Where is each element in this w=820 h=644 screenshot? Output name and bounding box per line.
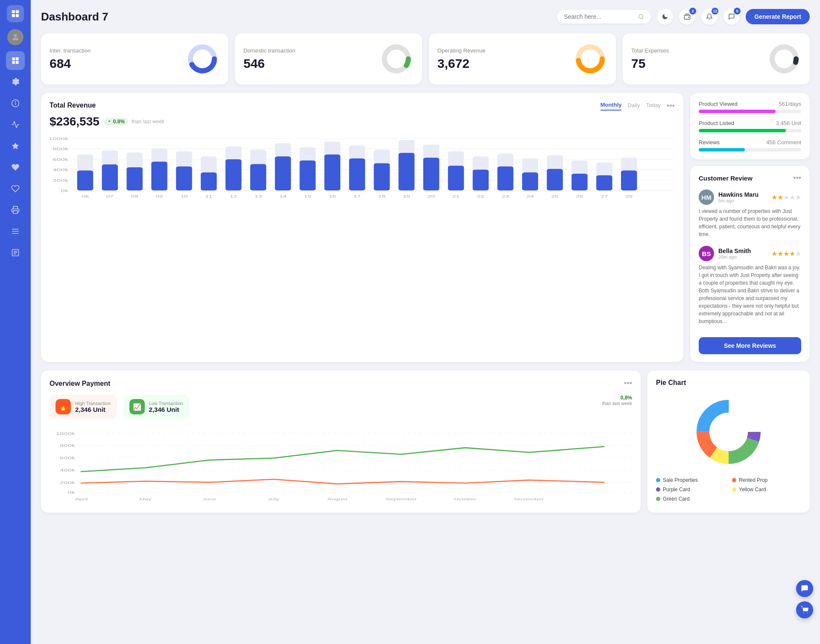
main-content: Dashboard 7 2 12 5 Generate Report: [31, 0, 820, 644]
sidebar-item-list[interactable]: [6, 243, 25, 262]
stat-value-2: 3,672: [437, 56, 486, 71]
svg-rect-46: [77, 170, 93, 190]
review-time-0: 5m ago: [718, 198, 758, 203]
review-top-1: BS Bella Smith 20m ago ★★★★★: [699, 246, 801, 261]
stat-card-inter: Inter. transaction 684: [41, 33, 228, 85]
svg-text:October: October: [454, 497, 477, 501]
dark-mode-button[interactable]: [657, 9, 673, 25]
float-chat-icon: [800, 584, 809, 593]
svg-text:600k: 600k: [60, 456, 75, 460]
stat-value-3: 75: [631, 56, 669, 71]
pie-chart-wrap: [656, 393, 801, 470]
sidebar-logo[interactable]: [7, 5, 24, 22]
revenue-pct: 0.8%: [113, 119, 125, 125]
svg-rect-84: [547, 169, 562, 191]
pie-title: Pie Chart: [656, 379, 801, 387]
review-name-0: Hawkins Maru: [718, 191, 758, 198]
svg-rect-48: [102, 164, 118, 190]
svg-text:1000k: 1000k: [50, 137, 68, 141]
sidebar-item-menu[interactable]: [6, 222, 25, 241]
overview-more-button[interactable]: •••: [624, 379, 632, 388]
chart-more-button[interactable]: •••: [667, 102, 675, 111]
bar-chart-svg: 1000k 800k 600k 400k 200k 0k: [50, 134, 675, 198]
user-avatar[interactable]: [7, 29, 23, 45]
message-button[interactable]: 5: [723, 9, 740, 25]
legend-item-3: Yellow Card: [732, 487, 801, 492]
search-box[interactable]: [557, 10, 651, 23]
svg-text:21: 21: [452, 195, 460, 198]
metric-value-0: 561/days: [779, 101, 801, 107]
svg-text:07: 07: [106, 195, 114, 198]
svg-text:15: 15: [304, 195, 311, 198]
low-trans-label: Low Transaction: [149, 401, 183, 406]
chart-tabs: Monthly Daily Today •••: [600, 102, 675, 111]
svg-text:May: May: [139, 497, 151, 501]
legend-label-4: Green Card: [663, 496, 690, 502]
float-chat-button[interactable]: [796, 580, 813, 597]
svg-rect-88: [596, 175, 612, 191]
svg-rect-0: [12, 10, 15, 13]
header: Dashboard 7 2 12 5 Generate Report: [41, 9, 810, 25]
sidebar-item-star[interactable]: [6, 137, 25, 155]
bottom-row: Overview Payment ••• 🔥 High Transaction …: [41, 370, 810, 513]
review-avatar-1: BS: [699, 246, 714, 261]
overview-title: Overview Payment: [50, 380, 110, 388]
bell-icon: [706, 13, 713, 20]
search-input[interactable]: [564, 13, 635, 20]
svg-rect-90: [621, 170, 637, 190]
reviews-more-button[interactable]: •••: [793, 174, 801, 183]
see-more-reviews-button[interactable]: See More Reviews: [699, 337, 801, 354]
svg-text:27: 27: [600, 195, 608, 198]
stat-value-0: 684: [50, 56, 91, 71]
metric-row-1: Product Listed 3,456 Unit: [699, 120, 801, 132]
legend-item-4: Green Card: [656, 496, 725, 502]
sidebar-item-analytics[interactable]: [6, 115, 25, 134]
svg-text:18: 18: [378, 195, 385, 198]
revenue-summary: $236,535 0.8% than last week: [50, 115, 675, 128]
sidebar-item-print[interactable]: [6, 201, 25, 219]
legend-item-0: Sale Properties: [656, 477, 725, 483]
legend-dot-2: [656, 487, 660, 492]
review-info-1: Bella Smith 20m ago: [718, 248, 751, 259]
svg-text:800k: 800k: [53, 147, 68, 151]
sidebar-item-settings[interactable]: [6, 73, 25, 91]
svg-rect-68: [349, 158, 365, 190]
svg-rect-3: [16, 14, 19, 17]
high-trans-icon: 🔥: [56, 399, 71, 414]
tab-daily[interactable]: Daily: [627, 102, 640, 110]
svg-rect-7: [12, 61, 15, 64]
chart-title-wrap: Total Revenue: [50, 102, 96, 109]
progress-bar-1: [699, 129, 801, 132]
legend-dot-4: [656, 497, 660, 501]
sidebar-item-heart2[interactable]: [6, 179, 25, 198]
svg-text:August: August: [327, 497, 347, 501]
stat-card-revenue: Operating Revenue 3,672: [429, 33, 616, 85]
tab-today[interactable]: Today: [646, 102, 661, 110]
metric-value-1: 3,456 Unit: [776, 120, 801, 126]
stat-label-0: Inter. transaction: [50, 47, 91, 54]
sidebar-item-dashboard[interactable]: [6, 51, 25, 70]
float-cart-button[interactable]: [796, 601, 813, 618]
revenue-chart-card: Total Revenue Monthly Daily Today ••• $2…: [41, 93, 683, 362]
stat-info: Domestic transaction 546: [243, 47, 295, 71]
stat-info: Operating Revenue 3,672: [437, 47, 486, 71]
svg-text:June: June: [202, 497, 217, 501]
line-chart-svg: 1000k 800k 600k 400k 200k 0k April May J…: [50, 425, 632, 502]
svg-text:July: July: [268, 497, 279, 501]
svg-rect-74: [423, 157, 439, 190]
bell-button[interactable]: 12: [701, 9, 718, 25]
chart-header: Total Revenue Monthly Daily Today •••: [50, 102, 675, 111]
svg-rect-52: [151, 162, 167, 191]
sidebar-item-heart[interactable]: [6, 158, 25, 177]
sidebar-item-info[interactable]: [6, 94, 25, 113]
review-avatar-0: HM: [699, 189, 714, 205]
high-trans-badge: 🔥 High Transaction 2,346 Unit: [50, 395, 117, 419]
generate-report-button[interactable]: Generate Report: [746, 9, 810, 24]
tab-monthly[interactable]: Monthly: [600, 102, 622, 111]
svg-text:12: 12: [230, 195, 237, 198]
svg-text:400k: 400k: [60, 468, 75, 472]
svg-text:06: 06: [82, 195, 89, 198]
metric-top-0: Product Viewed 561/days: [699, 101, 801, 107]
wallet-button[interactable]: 2: [679, 9, 695, 25]
wallet-icon: [684, 13, 691, 20]
